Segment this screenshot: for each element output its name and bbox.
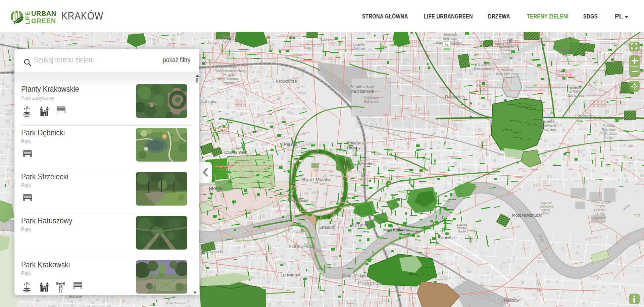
svg-text:Dąbie: Dąbie [458,230,466,233]
svg-text:Stradom: Stradom [319,225,335,230]
svg-text:Zwierzyniecki: Zwierzyniecki [201,250,223,254]
svg-text:PGE Energia: PGE Energia [591,200,611,204]
svg-text:nr 1 w: nr 1 w [595,212,605,216]
svg-text:Wesoła: Wesoła [358,161,373,166]
svg-text:P: P [536,281,540,287]
svg-text:Piasek: Piasek [284,142,297,147]
svg-text:Lotniczego: Lotniczego [568,94,584,97]
svg-text:Zabłocie: Zabłocie [438,235,455,240]
svg-text:2 Pułku: 2 Pułku [569,90,581,93]
svg-text:Azory: Azory [207,41,217,45]
svg-text:Łęg: Łęg [634,213,640,217]
svg-text:Azory: Azory [222,39,232,43]
svg-text:Krowodrza: Krowodrza [276,79,297,84]
svg-text:Stopień: Stopień [456,223,467,226]
svg-text:Kraków: Kraków [347,141,360,145]
svg-text:Cmentarz: Cmentarz [364,96,378,99]
svg-text:6. Batalion: 6. Batalion [475,63,491,67]
svg-text:Oddział: Oddział [594,208,606,212]
svg-text:LIFE: LIFE [24,11,31,24]
svg-text:Powietrznodesantowy: Powietrznodesantowy [213,69,246,73]
svg-text:Podgórze: Podgórze [358,280,382,286]
svg-text:Warszawskie: Warszawskie [350,89,374,94]
svg-text:Czarna Wieś: Czarna Wieś [224,150,247,155]
svg-text:Generała: Generała [444,33,458,36]
svg-text:Błonia: Błonia [209,185,223,191]
svg-text:Zdrzałki: Zdrzałki [222,81,234,85]
svg-text:Akademia: Akademia [539,120,555,123]
svg-text:Dowodzenia: Dowodzenia [474,67,492,71]
svg-text:Wisły": Wisły" [542,212,550,215]
svg-text:Tadeusza: Tadeusza [442,37,457,40]
svg-text:Nowy Świat: Nowy Świat [287,198,308,203]
svg-text:Krakowie: Krakowie [593,216,607,220]
svg-text:Wodny: Wodny [457,226,466,230]
svg-text:Most Grunwaldzki: Most Grunwaldzki [289,245,315,248]
svg-text:GREEN: GREEN [31,17,56,25]
svg-text:Osiedle: Osiedle [221,35,234,39]
svg-text:Działkowe: Działkowe [540,205,553,208]
svg-text:Osiedle: Osiedle [353,43,364,46]
svg-text:Philip Morris: Philip Morris [599,132,618,136]
svg-text:Ludwinów: Ludwinów [281,272,300,277]
svg-text:Rakowice: Rakowice [445,94,464,99]
svg-text:Most Nowohucki: Most Nowohucki [512,213,542,218]
svg-text:Park Kulturowy: Park Kulturowy [496,72,519,76]
svg-text:Żabiniec: Żabiniec [319,38,334,42]
svg-text:bryg. Mariana: bryg. Mariana [218,77,239,81]
svg-text:Kazimierz: Kazimierz [352,222,372,227]
svg-text:Lądowisko: Lądowisko [499,45,514,48]
svg-text:Rakowicki: Rakowicki [364,100,379,103]
svg-text:im. gen.: im. gen. [223,73,235,77]
svg-text:Czyżyny: Czyżyny [575,114,592,119]
svg-text:Zabiniec: Zabiniec [353,47,366,50]
svg-text:Główny: Główny [347,145,360,150]
svg-text:Osiedle: Osiedle [570,86,581,89]
svg-text:sołtysowska: sołtysowska [524,287,540,290]
svg-text:Zakłady: Zakłady [602,124,615,128]
svg-text:Tytoniowe: Tytoniowe [601,128,616,132]
svg-text:Ogródki: Ogródki [541,202,552,205]
svg-text:Stare Miasto: Stare Miasto [302,177,330,182]
svg-text:Most Kotlarski: Most Kotlarski [383,228,408,232]
svg-text:Kraków-: Kraków- [501,48,512,52]
svg-text:Fizycznego: Fizycznego [539,128,556,131]
svg-text:Przedmieście: Przedmieście [350,84,374,89]
svg-text:Wychowania: Wychowania [537,124,556,127]
svg-text:URBAN: URBAN [31,10,56,17]
svg-text:Czyżyny: Czyżyny [501,52,512,55]
svg-text:303: 303 [563,52,570,57]
svg-text:Lotniczy: Lotniczy [501,68,513,72]
svg-text:Łobzów: Łobzów [201,99,216,104]
svg-text:"Zakole: "Zakole [540,208,550,212]
svg-text:79: 79 [444,42,448,46]
svg-text:Stare Podgórze: Stare Podgórze [343,273,371,278]
svg-text:Polska: Polska [603,136,613,140]
svg-text:Płaszów: Płaszów [503,298,520,303]
svg-text:Ciepła: Ciepła [595,204,605,208]
svg-text:16 Batalion: 16 Batalion [219,65,236,69]
svg-text:Dywizjon: Dywizjon [556,48,573,52]
